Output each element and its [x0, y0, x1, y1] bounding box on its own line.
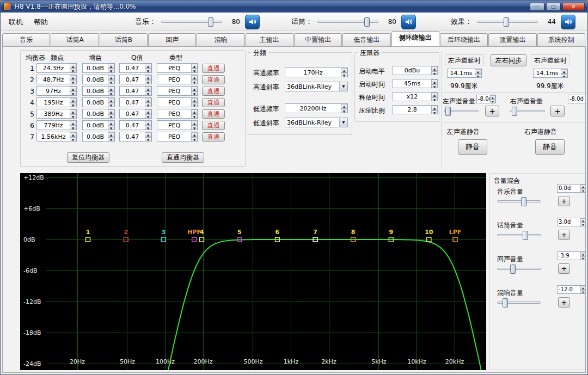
mix-channel-value[interactable]: -3.9 ▲▼: [557, 251, 586, 260]
compressor-field-spinner[interactable]: x12 ▲▼: [393, 92, 438, 101]
speaker-mute-button[interactable]: [401, 15, 416, 29]
spin-down-icon[interactable]: ▼: [70, 126, 76, 130]
eq-freq-spinner[interactable]: 779Hz ▲▼: [36, 120, 77, 130]
eq-type-spinner[interactable]: PEQ ▲▼: [157, 75, 198, 84]
spin-up-icon[interactable]: ▲: [108, 132, 114, 137]
tab[interactable]: 主输出: [246, 33, 293, 46]
slider-thumb[interactable]: [503, 298, 508, 308]
spin-down-icon[interactable]: ▼: [580, 189, 586, 193]
eq-gain-spinner[interactable]: 0.0dB ▲▼: [82, 75, 115, 84]
eq-type-spinner[interactable]: PEQ ▲▼: [157, 97, 198, 107]
tab[interactable]: 混响: [197, 33, 244, 46]
spin-up-icon[interactable]: ▲: [431, 79, 438, 84]
spin-up-icon[interactable]: ▲: [431, 66, 438, 71]
spin-up-icon[interactable]: ▲: [70, 64, 76, 69]
tab[interactable]: 音乐: [2, 33, 50, 46]
mix-channel-slider[interactable]: [497, 234, 541, 236]
minimize-button[interactable]: —: [530, 3, 544, 11]
eq-q-spinner[interactable]: 0.47 ▲▼: [119, 120, 152, 130]
eq-q-spinner[interactable]: 0.47 ▲▼: [119, 97, 152, 107]
eq-type-spinner[interactable]: PEQ ▲▼: [157, 86, 198, 96]
spin-up-icon[interactable]: ▲: [145, 87, 151, 91]
mix-channel-plus-button[interactable]: +: [558, 230, 570, 240]
chevron-down-icon[interactable]: ▼: [339, 82, 347, 91]
spin-up-icon[interactable]: ▲: [70, 109, 76, 114]
right-volume-slider[interactable]: [510, 110, 545, 112]
mix-channel-value[interactable]: 0.0d ▲▼: [557, 184, 586, 193]
spin-up-icon[interactable]: ▲: [191, 132, 198, 137]
eq-freq-spinner[interactable]: 97Hz ▲▼: [36, 86, 77, 96]
tab[interactable]: 话筒A: [51, 33, 99, 46]
spin-down-icon[interactable]: ▼: [431, 97, 438, 101]
speaker-mute-button[interactable]: [245, 15, 260, 29]
master-volume-slider[interactable]: [477, 21, 538, 23]
maximize-button[interactable]: □: [546, 3, 561, 11]
spin-down-icon[interactable]: ▼: [145, 137, 151, 142]
spin-down-icon[interactable]: ▼: [191, 80, 198, 84]
eq-bypass-button[interactable]: 直通: [202, 75, 225, 84]
spin-up-icon[interactable]: ▲: [70, 98, 76, 103]
spin-up-icon[interactable]: ▲: [145, 98, 151, 103]
tab[interactable]: 系统控制: [537, 33, 585, 46]
spin-down-icon[interactable]: ▼: [561, 74, 567, 78]
spin-down-icon[interactable]: ▼: [431, 71, 438, 75]
spin-up-icon[interactable]: ▲: [145, 75, 151, 80]
spin-down-icon[interactable]: ▼: [108, 137, 114, 142]
eq-gain-spinner[interactable]: 0.0dB ▲▼: [82, 63, 115, 73]
lpf-slope-dropdown[interactable]: 36dBLink-Riley ▼: [285, 118, 348, 127]
right-delay-spinner[interactable]: 14.1ms ▲▼: [533, 69, 568, 78]
spin-up-icon[interactable]: ▲: [108, 64, 114, 69]
spin-up-icon[interactable]: ▲: [580, 185, 586, 189]
spin-up-icon[interactable]: ▲: [191, 64, 198, 69]
spin-up-icon[interactable]: ▲: [70, 121, 76, 126]
spin-up-icon[interactable]: ▲: [580, 286, 586, 290]
spin-down-icon[interactable]: ▼: [341, 109, 347, 113]
bypass-equalizer-button[interactable]: 直通均衡器: [162, 152, 204, 163]
eq-freq-spinner[interactable]: 1.56kHz ▲▼: [36, 132, 77, 142]
right-volume-value[interactable]: -8.0d: [568, 95, 586, 103]
mix-channel-value[interactable]: 3.0d ▲▼: [557, 218, 586, 226]
mix-channel-slider[interactable]: [497, 302, 541, 304]
spin-down-icon[interactable]: ▼: [580, 290, 586, 294]
eq-bypass-button[interactable]: 直通: [202, 132, 225, 142]
spin-up-icon[interactable]: ▲: [191, 109, 198, 114]
spin-down-icon[interactable]: ▼: [191, 137, 198, 142]
title-bar[interactable]: H8 V1.8---正在调用预设，请稍等...0.0% — □ ✕: [1, 1, 587, 13]
spin-down-icon[interactable]: ▼: [145, 80, 151, 84]
spin-up-icon[interactable]: ▲: [108, 75, 114, 80]
eq-type-spinner[interactable]: PEQ ▲▼: [157, 132, 198, 142]
spin-down-icon[interactable]: ▼: [191, 114, 198, 119]
spin-down-icon[interactable]: ▼: [191, 103, 198, 107]
spin-down-icon[interactable]: ▼: [70, 69, 76, 73]
spin-down-icon[interactable]: ▼: [70, 91, 76, 96]
spin-up-icon[interactable]: ▲: [145, 109, 151, 114]
eq-gain-spinner[interactable]: 0.0dB ▲▼: [82, 86, 115, 96]
tab[interactable]: 话筒B: [100, 33, 148, 46]
spin-up-icon[interactable]: ▲: [191, 98, 198, 103]
spin-down-icon[interactable]: ▼: [431, 84, 438, 88]
spin-down-icon[interactable]: ▼: [70, 114, 76, 119]
master-volume-slider[interactable]: [317, 21, 378, 23]
compressor-field-spinner[interactable]: 2.8 ▲▼: [393, 105, 438, 114]
spin-up-icon[interactable]: ▲: [108, 121, 114, 126]
spin-up-icon[interactable]: ▲: [490, 95, 495, 100]
eq-freq-spinner[interactable]: 389Hz ▲▼: [36, 109, 77, 119]
spin-down-icon[interactable]: ▼: [108, 91, 114, 96]
tab[interactable]: 侧环绕输出: [391, 31, 439, 46]
eq-bypass-button[interactable]: 直通: [202, 121, 225, 130]
spin-down-icon[interactable]: ▼: [108, 114, 114, 119]
spin-down-icon[interactable]: ▼: [145, 114, 151, 119]
tab[interactable]: 回声: [148, 33, 196, 46]
eq-q-spinner[interactable]: 0.47 ▲▼: [119, 63, 152, 73]
spin-up-icon[interactable]: ▲: [191, 87, 198, 91]
eq-type-spinner[interactable]: PEQ ▲▼: [157, 63, 198, 73]
chevron-down-icon[interactable]: ▼: [339, 118, 347, 127]
spin-down-icon[interactable]: ▼: [145, 126, 151, 130]
spin-up-icon[interactable]: ▲: [191, 75, 198, 80]
slider-thumb[interactable]: [512, 107, 517, 116]
spin-down-icon[interactable]: ▼: [191, 69, 198, 73]
spin-up-icon[interactable]: ▲: [70, 75, 76, 80]
mix-channel-slider[interactable]: [497, 268, 541, 270]
eq-gain-spinner[interactable]: 0.0dB ▲▼: [82, 97, 115, 107]
eq-gain-spinner[interactable]: 0.0dB ▲▼: [82, 120, 115, 130]
